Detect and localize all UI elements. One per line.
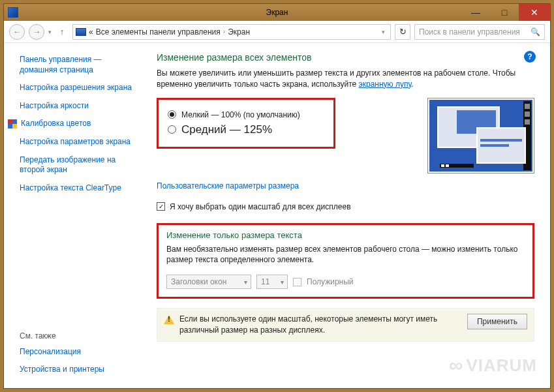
sidebar-item-display-settings[interactable]: Настройка параметров экрана bbox=[20, 137, 138, 147]
radio-small-label: Мелкий — 100% (по умолчанию) bbox=[181, 110, 300, 119]
main-heading: Изменение размера всех элементов bbox=[157, 52, 534, 63]
custom-size-link[interactable]: Пользовательские параметры размера bbox=[157, 181, 534, 190]
shield-icon bbox=[8, 119, 17, 128]
window-title: Экран bbox=[266, 8, 288, 17]
radio-medium[interactable] bbox=[168, 125, 176, 134]
sidebar-item-resolution[interactable]: Настройка разрешения экрана bbox=[20, 83, 138, 93]
search-input[interactable]: Поиск в панели управления 🔍 bbox=[414, 24, 545, 40]
close-button[interactable]: ✕ bbox=[519, 4, 550, 21]
watermark-logo-icon: ∞ bbox=[449, 354, 463, 376]
app-icon bbox=[8, 7, 18, 18]
single-scale-checkbox[interactable] bbox=[157, 202, 165, 211]
refresh-button[interactable]: ↻ bbox=[395, 24, 410, 40]
radio-small[interactable] bbox=[168, 110, 176, 119]
font-size-select[interactable]: 11 bbox=[256, 275, 288, 289]
radio-medium-label: Средний — 125% bbox=[181, 123, 272, 136]
single-scale-label: Я хочу выбрать один масштаб для всех дис… bbox=[170, 202, 351, 211]
sidebar: Панель управления — домашняя страница На… bbox=[4, 43, 146, 388]
sidebar-also-devices[interactable]: Устройства и принтеры bbox=[20, 365, 138, 375]
apply-button[interactable]: Применить bbox=[467, 314, 527, 329]
back-button[interactable]: ← bbox=[9, 24, 25, 40]
bold-checkbox[interactable] bbox=[293, 278, 301, 286]
crumb-sep-icon: › bbox=[223, 28, 225, 35]
text-size-heading: Изменение только размера текста bbox=[166, 230, 525, 240]
crumb-all-items[interactable]: Все элементы панели управления bbox=[96, 27, 221, 37]
sidebar-item-color-calibration[interactable]: Калибровка цветов bbox=[21, 119, 91, 129]
forward-button[interactable]: → bbox=[29, 24, 44, 40]
sidebar-item-project-second-screen[interactable]: Передать изображение на второй экран bbox=[20, 155, 138, 175]
single-scale-row[interactable]: Я хочу выбрать один масштаб для всех дис… bbox=[157, 202, 534, 211]
sidebar-item-home[interactable]: Панель управления — домашняя страница bbox=[20, 55, 138, 75]
element-select[interactable]: Заголовки окон bbox=[166, 275, 251, 289]
sidebar-also-personalization[interactable]: Персонализация bbox=[20, 347, 138, 357]
search-placeholder: Поиск в панели управления bbox=[419, 27, 520, 37]
warning-text: Если вы используете один масштаб, некото… bbox=[179, 314, 455, 336]
watermark: ∞ VIARUM bbox=[449, 354, 537, 376]
main-panel: ? Изменение размера всех элементов Вы мо… bbox=[146, 43, 550, 388]
up-button[interactable]: ↑ bbox=[55, 25, 69, 38]
search-icon[interactable]: 🔍 bbox=[531, 27, 540, 37]
nav-bar: ← → ▾ ↑ « Все элементы панели управления… bbox=[4, 21, 550, 43]
intro-text: Вы можете увеличить или уменьшить размер… bbox=[157, 68, 529, 90]
help-icon[interactable]: ? bbox=[524, 51, 536, 63]
preview-taskbar bbox=[440, 164, 474, 168]
radio-medium-row[interactable]: Средний — 125% bbox=[168, 123, 324, 136]
control-panel-icon bbox=[76, 28, 86, 36]
bold-label: Полужирный bbox=[307, 277, 354, 286]
sidebar-item-brightness[interactable]: Настройка яркости bbox=[20, 101, 138, 112]
sidebar-item-cleartype[interactable]: Настройка текста ClearType bbox=[20, 183, 138, 194]
breadcrumb-bar[interactable]: « Все элементы панели управления › Экран… bbox=[72, 24, 391, 40]
scale-preview bbox=[427, 98, 534, 173]
title-bar: Экран — □ ✕ bbox=[4, 4, 550, 21]
footer-row: Если вы используете один масштаб, некото… bbox=[157, 308, 534, 342]
warning-icon bbox=[164, 315, 174, 324]
history-dropdown[interactable]: ▾ bbox=[48, 29, 52, 35]
preview-window-2 bbox=[476, 127, 526, 164]
radio-small-row[interactable]: Мелкий — 100% (по умолчанию) bbox=[168, 110, 324, 119]
maximize-button[interactable]: □ bbox=[490, 4, 519, 21]
text-size-section: Изменение только размера текста Вам необ… bbox=[157, 223, 534, 299]
minimize-button[interactable]: — bbox=[461, 4, 490, 21]
crumb-current[interactable]: Экран bbox=[228, 27, 250, 37]
magnifier-link[interactable]: экранную лупу bbox=[359, 80, 412, 89]
breadcrumb-dropdown-icon[interactable]: ▾ bbox=[379, 29, 388, 35]
scale-radio-group: Мелкий — 100% (по умолчанию) Средний — 1… bbox=[157, 98, 335, 149]
crumb-prefix: « bbox=[89, 27, 93, 37]
text-size-desc: Вам необязательно изменять размер всех э… bbox=[166, 244, 525, 266]
see-also-heading: См. также bbox=[20, 331, 138, 340]
